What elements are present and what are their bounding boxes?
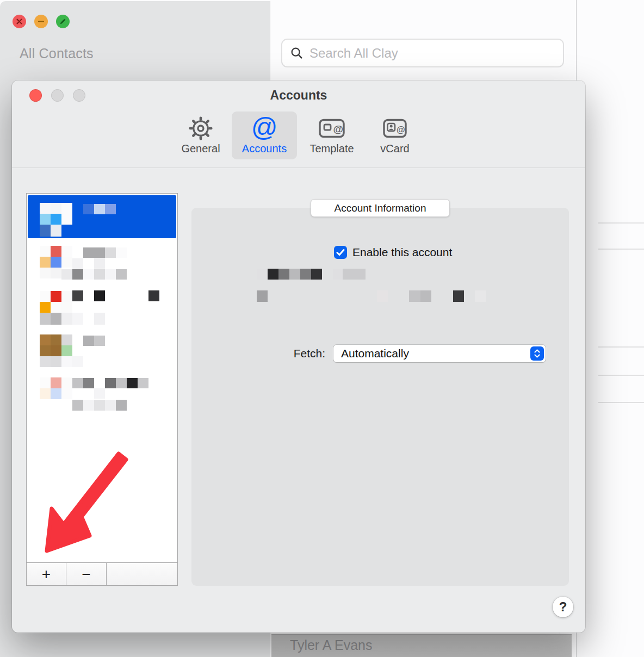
account-list-buttons: + −: [27, 562, 177, 585]
svg-text:@: @: [333, 123, 344, 135]
account-list: + −: [26, 193, 178, 586]
contact-row-tyler-a-evans[interactable]: Tyler A Evans: [271, 634, 572, 657]
enable-account-checkbox[interactable]: [334, 246, 347, 259]
zoom-button[interactable]: [56, 15, 70, 28]
toolbar-label: vCard: [371, 142, 419, 155]
window-title: Accounts: [12, 88, 585, 103]
contacts-column-divider: [576, 0, 577, 80]
add-account-button[interactable]: +: [27, 563, 66, 585]
account-list-selected-row[interactable]: [28, 195, 176, 238]
toolbar-divider: [12, 168, 585, 168]
accounts-preferences-window: Accounts General: [12, 80, 585, 633]
contact-list-divider: [598, 402, 644, 403]
toolbar-label: General: [172, 142, 229, 155]
minimize-icon: [38, 18, 45, 25]
minimize-button[interactable]: [34, 15, 48, 28]
all-contacts-label: All Contacts: [20, 46, 94, 61]
contact-list-divider: [598, 346, 644, 348]
toolbar-item-general[interactable]: General: [172, 111, 229, 159]
contact-list-divider: [598, 249, 644, 250]
tab-account-information[interactable]: Account Information: [311, 199, 450, 217]
account-information-panel: [191, 208, 569, 586]
close-button[interactable]: [13, 15, 26, 28]
fetch-label: Fetch:: [251, 347, 325, 360]
contacts-column-divider: [576, 633, 577, 657]
help-button[interactable]: ?: [553, 597, 573, 617]
search-field[interactable]: [281, 39, 564, 67]
enable-account-label: Enable this account: [352, 246, 452, 259]
search-icon: [290, 46, 304, 60]
search-input[interactable]: [309, 46, 555, 61]
fetch-dropdown[interactable]: Automatically: [333, 345, 546, 362]
background-traffic-lights: [13, 15, 70, 28]
zoom-icon: [59, 17, 67, 26]
chevron-up-down-icon: [533, 349, 541, 358]
remove-account-button[interactable]: −: [66, 563, 107, 585]
gear-icon: [188, 116, 213, 141]
at-icon: @: [251, 114, 278, 141]
toolbar-item-accounts-selected[interactable]: @ Accounts: [232, 111, 297, 159]
toolbar-item-vcard[interactable]: @ vCard: [371, 111, 419, 159]
dropdown-stepper: [530, 346, 544, 361]
toolbar-item-template[interactable]: @ Template: [302, 111, 361, 159]
close-icon: [16, 18, 23, 25]
enable-account-row: Enable this account: [334, 246, 452, 259]
contact-list-divider: [598, 375, 644, 376]
vcard-icon: @: [381, 116, 408, 141]
fetch-dropdown-value: Automatically: [341, 347, 409, 360]
svg-text:@: @: [397, 125, 405, 134]
template-card-icon: @: [317, 116, 346, 141]
checkmark-icon: [336, 249, 345, 256]
contact-list-divider: [598, 222, 644, 224]
contact-name-label: Tyler A Evans: [290, 637, 372, 653]
toolbar-label: Template: [302, 142, 361, 155]
toolbar-label: Accounts: [232, 142, 297, 155]
button-bar-filler: [107, 563, 177, 585]
